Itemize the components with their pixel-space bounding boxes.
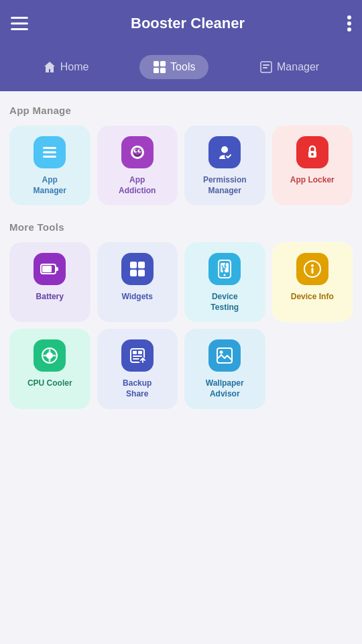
svg-rect-37 bbox=[311, 268, 313, 274]
wallpaper-advisor-label: WallpaperAdvisor bbox=[206, 378, 244, 399]
card-wallpaper-advisor[interactable]: WallpaperAdvisor bbox=[184, 329, 265, 409]
svg-rect-43 bbox=[138, 351, 142, 354]
tab-tools[interactable]: Tools bbox=[139, 55, 208, 79]
app-addiction-label: AppAddiction bbox=[119, 175, 156, 196]
svg-rect-29 bbox=[130, 262, 137, 268]
svg-rect-34 bbox=[221, 263, 229, 272]
section-title-app-manage: App Manage bbox=[9, 105, 353, 116]
battery-label: Battery bbox=[36, 292, 64, 303]
svg-rect-13 bbox=[43, 147, 56, 149]
svg-rect-15 bbox=[43, 156, 56, 158]
card-device-testing[interactable]: DeviceTesting bbox=[184, 242, 265, 322]
svg-rect-14 bbox=[43, 152, 56, 154]
svg-rect-1 bbox=[11, 23, 28, 25]
svg-point-25 bbox=[311, 153, 314, 156]
app-title: Booster Cleaner bbox=[131, 15, 245, 32]
backup-share-label: BackupShare bbox=[123, 378, 152, 399]
section-title-more-tools: More Tools bbox=[9, 221, 353, 233]
card-app-manager[interactable]: AppManager bbox=[9, 125, 90, 205]
svg-rect-45 bbox=[133, 358, 139, 360]
svg-rect-27 bbox=[42, 266, 52, 272]
cpu-cooler-icon bbox=[34, 339, 66, 372]
svg-point-35 bbox=[224, 274, 226, 276]
card-battery[interactable]: Battery bbox=[9, 242, 90, 322]
manager-icon bbox=[259, 60, 273, 74]
more-icon[interactable] bbox=[347, 15, 351, 32]
svg-point-20 bbox=[135, 150, 137, 151]
card-app-addiction[interactable]: AppAddiction bbox=[97, 125, 178, 205]
permission-manager-icon bbox=[208, 136, 241, 168]
svg-rect-2 bbox=[11, 28, 28, 30]
svg-rect-28 bbox=[56, 267, 58, 271]
svg-point-3 bbox=[347, 15, 351, 19]
device-testing-label: DeviceTesting bbox=[210, 292, 239, 313]
cpu-cooler-label: CPU Cooler bbox=[27, 378, 72, 389]
svg-rect-31 bbox=[130, 270, 137, 276]
svg-rect-32 bbox=[138, 270, 145, 276]
menu-icon[interactable] bbox=[11, 17, 28, 30]
tab-home[interactable]: Home bbox=[29, 55, 103, 79]
content-area: App Manage AppManager bbox=[0, 91, 362, 439]
svg-rect-42 bbox=[133, 351, 137, 354]
more-tools-grid: Battery Widgets bbox=[9, 242, 353, 409]
app-manager-icon bbox=[34, 136, 66, 168]
svg-rect-47 bbox=[217, 348, 232, 363]
tab-manager[interactable]: Manager bbox=[246, 55, 333, 79]
backup-share-icon bbox=[121, 339, 154, 372]
widgets-label: Widgets bbox=[121, 292, 153, 303]
nav-tabs: Home Tools Manager bbox=[0, 47, 362, 91]
tab-manager-label: Manager bbox=[277, 61, 319, 73]
svg-rect-6 bbox=[154, 61, 159, 66]
app-locker-icon bbox=[296, 136, 328, 168]
svg-point-22 bbox=[221, 146, 228, 153]
svg-point-48 bbox=[220, 351, 223, 354]
svg-rect-30 bbox=[138, 262, 145, 268]
svg-rect-11 bbox=[263, 64, 269, 66]
wallpaper-advisor-icon bbox=[208, 339, 241, 372]
svg-rect-8 bbox=[154, 68, 159, 73]
app-locker-label: App Locker bbox=[290, 175, 335, 186]
svg-point-38 bbox=[311, 264, 314, 267]
card-app-locker[interactable]: App Locker bbox=[272, 125, 353, 205]
svg-point-5 bbox=[347, 28, 351, 32]
card-cpu-cooler[interactable]: CPU Cooler bbox=[9, 329, 90, 409]
home-icon bbox=[43, 60, 56, 74]
app-manage-grid: AppManager AppAddiction bbox=[9, 125, 353, 205]
tools-icon bbox=[153, 60, 166, 74]
card-backup-share[interactable]: BackupShare bbox=[97, 329, 178, 409]
card-permission-manager[interactable]: PermissionManager bbox=[184, 125, 265, 205]
svg-rect-9 bbox=[160, 68, 166, 73]
svg-point-4 bbox=[347, 21, 351, 25]
svg-rect-12 bbox=[263, 67, 267, 68]
svg-rect-44 bbox=[133, 356, 142, 357]
app-manager-label: AppManager bbox=[34, 175, 66, 196]
app-addiction-icon bbox=[121, 136, 154, 168]
card-device-info[interactable]: Device Info bbox=[272, 242, 353, 322]
battery-icon bbox=[34, 253, 66, 285]
permission-manager-label: PermissionManager bbox=[203, 175, 247, 196]
svg-rect-7 bbox=[160, 61, 166, 66]
widgets-icon bbox=[121, 253, 154, 285]
header: Booster Cleaner bbox=[0, 0, 362, 47]
svg-point-21 bbox=[139, 150, 141, 151]
device-info-label: Device Info bbox=[291, 292, 334, 303]
tab-tools-label: Tools bbox=[170, 61, 195, 73]
tab-home-label: Home bbox=[60, 61, 89, 73]
device-testing-icon bbox=[208, 253, 241, 285]
svg-rect-0 bbox=[11, 17, 28, 19]
device-info-icon bbox=[296, 253, 328, 285]
card-widgets[interactable]: Widgets bbox=[97, 242, 178, 322]
